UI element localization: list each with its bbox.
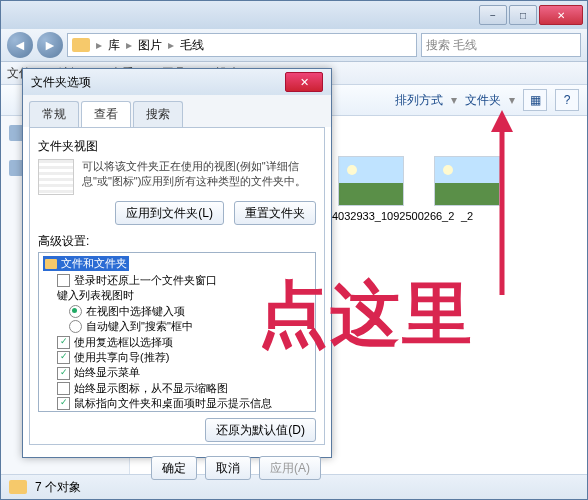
folder-view-icon xyxy=(38,159,74,195)
search-placeholder: 搜索 毛线 xyxy=(426,37,477,54)
checkbox-icon: ✓ xyxy=(57,397,70,410)
advanced-item[interactable]: ✓鼠标指向文件夹和桌面项时显示提示信息 xyxy=(43,396,311,411)
apply-button[interactable]: 应用(A) xyxy=(259,456,321,480)
dialog-title: 文件夹选项 xyxy=(31,74,91,91)
breadcrumb-item[interactable]: 库 xyxy=(108,37,120,54)
titlebar: − □ ✕ xyxy=(1,1,587,29)
dialog-body: 文件夹视图 可以将该文件夹正在使用的视图(例如"详细信息"或"图标")应用到所有… xyxy=(29,127,325,445)
folder-view-desc: 可以将该文件夹正在使用的视图(例如"详细信息"或"图标")应用到所有这种类型的文… xyxy=(82,159,316,189)
advanced-label: 高级设置: xyxy=(38,233,316,250)
file-item[interactable]: _2 xyxy=(428,156,506,222)
folder-icon xyxy=(72,38,90,52)
folder-options-dialog: 文件夹选项 ✕ 常规 查看 搜索 文件夹视图 可以将该文件夹正在使用的视图(例如… xyxy=(22,68,332,458)
radio-icon xyxy=(69,320,82,333)
close-button[interactable]: ✕ xyxy=(539,5,583,25)
advanced-item[interactable]: ✓使用共享向导(推荐) xyxy=(43,350,311,365)
forward-button[interactable]: ► xyxy=(37,32,63,58)
folder-link[interactable]: 文件夹 xyxy=(465,92,501,109)
search-input[interactable]: 搜索 毛线 xyxy=(421,33,581,57)
checkbox-icon xyxy=(57,274,70,287)
breadcrumb[interactable]: ▸ 库 ▸ 图片 ▸ 毛线 xyxy=(67,33,417,57)
folder-icon xyxy=(45,259,57,269)
help-button[interactable]: ? xyxy=(555,89,579,111)
advanced-item[interactable]: 键入列表视图时 xyxy=(43,288,311,303)
restore-defaults-button[interactable]: 还原为默认值(D) xyxy=(205,418,316,442)
nav-bar: ◄ ► ▸ 库 ▸ 图片 ▸ 毛线 搜索 毛线 xyxy=(1,29,587,62)
sort-by-link[interactable]: 排列方式 xyxy=(395,92,443,109)
image-thumb-icon xyxy=(434,156,500,206)
breadcrumb-item[interactable]: 毛线 xyxy=(180,37,204,54)
maximize-button[interactable]: □ xyxy=(509,5,537,25)
breadcrumb-item[interactable]: 图片 xyxy=(138,37,162,54)
checkbox-icon: ✓ xyxy=(57,367,70,380)
advanced-item[interactable]: ✓始终显示菜单 xyxy=(43,365,311,380)
view-mode-button[interactable]: ▦ xyxy=(523,89,547,111)
ok-button[interactable]: 确定 xyxy=(151,456,197,480)
advanced-item[interactable]: 自动键入到"搜索"框中 xyxy=(43,319,311,334)
checkbox-icon: ✓ xyxy=(57,351,70,364)
dialog-footer: 确定 取消 应用(A) xyxy=(23,451,331,485)
dialog-tabs: 常规 查看 搜索 xyxy=(23,95,331,127)
advanced-item[interactable]: 始终显示图标，从不显示缩略图 xyxy=(43,381,311,396)
advanced-item[interactable]: 在视图中选择键入项 xyxy=(43,304,311,319)
reset-folders-button[interactable]: 重置文件夹 xyxy=(234,201,316,225)
cancel-button[interactable]: 取消 xyxy=(205,456,251,480)
back-button[interactable]: ◄ xyxy=(7,32,33,58)
file-item[interactable]: 4032933_1092500266_2 xyxy=(332,156,410,222)
folder-view-heading: 文件夹视图 xyxy=(38,138,316,155)
dialog-titlebar: 文件夹选项 ✕ xyxy=(23,69,331,95)
tab-general[interactable]: 常规 xyxy=(29,101,79,127)
radio-icon xyxy=(69,305,82,318)
tab-search[interactable]: 搜索 xyxy=(133,101,183,127)
minimize-button[interactable]: − xyxy=(479,5,507,25)
advanced-item[interactable]: ✓使用复选框以选择项 xyxy=(43,335,311,350)
checkbox-icon: ✓ xyxy=(57,336,70,349)
checkbox-icon xyxy=(57,382,70,395)
tree-root[interactable]: 文件和文件夹 xyxy=(43,256,129,271)
apply-to-folders-button[interactable]: 应用到文件夹(L) xyxy=(115,201,224,225)
dialog-close-button[interactable]: ✕ xyxy=(285,72,323,92)
advanced-settings-list[interactable]: 文件和文件夹 登录时还原上一个文件夹窗口键入列表视图时在视图中选择键入项自动键入… xyxy=(38,252,316,412)
image-thumb-icon xyxy=(338,156,404,206)
tab-view[interactable]: 查看 xyxy=(81,101,131,127)
advanced-item[interactable]: 登录时还原上一个文件夹窗口 xyxy=(43,273,311,288)
